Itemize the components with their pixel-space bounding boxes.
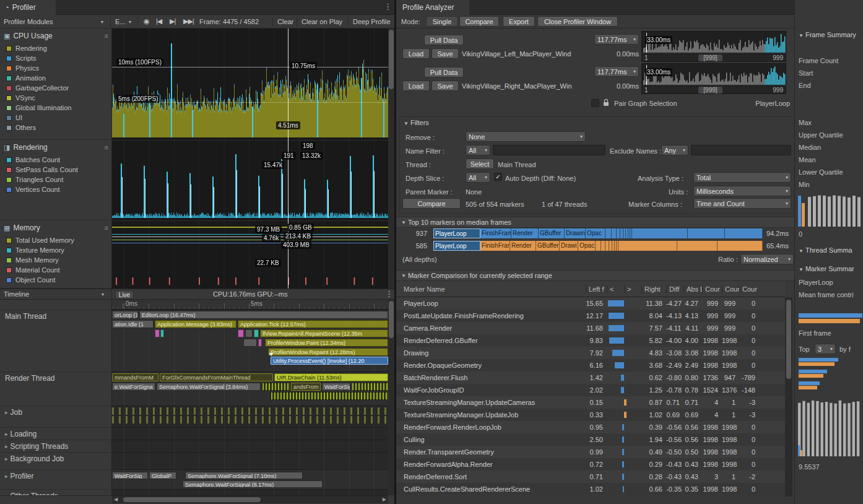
marker-row[interactable]: CullResults.CreateSharedRendererScene1.0… [396,483,785,495]
name-filter-input[interactable] [493,145,605,155]
legend-vertices-count[interactable]: Vertices Count [0,185,112,194]
marker-columns-dropdown[interactable]: Time and Count▾ [693,198,791,209]
top-n-dropdown[interactable]: 3▾ [815,344,836,354]
marker-row[interactable]: WaitForJobGroupID2.021.25-0.780.78152413… [396,384,785,396]
top10-segment[interactable]: Drawin [565,228,586,238]
column-header[interactable]: Marker Name [396,285,586,293]
load-button[interactable]: Load [402,48,430,59]
marker-row[interactable]: RenderForward.RenderLoopJob0.950.39-0.56… [396,421,785,433]
save-button[interactable]: Save [432,80,459,91]
thread-summary-foldout[interactable]: ▼Thread Summa [799,246,862,254]
marker-row[interactable]: RenderDeferred.Sort0.710.28-0.430.4331-2 [396,471,785,483]
timeline-span[interactable] [160,329,164,337]
export-button[interactable]: Export [503,16,535,27]
kebab-menu-icon[interactable]: ⋮ [385,289,393,298]
close-profiler-window-button[interactable]: Close Profiler Window [537,16,618,27]
top10-segment[interactable]: Render [511,228,539,238]
pair-graph-checkbox[interactable] [591,99,599,107]
legend-material-count[interactable]: Material Count [0,265,112,275]
current-frame-button[interactable]: ▶▶| [183,17,194,25]
timeline-span[interactable]: ation.Idle (1 [112,320,154,328]
legend-global-illumination[interactable]: Global Illumination [0,103,112,113]
compare-button[interactable]: Compare [402,198,461,209]
drag-handle-icon[interactable]: ≡ [105,32,108,40]
top10-segment[interactable] [618,241,677,251]
remove-dropdown[interactable]: None▾ [466,131,586,142]
column-header[interactable]: Right [641,285,666,293]
timeline-span[interactable] [243,339,257,347]
timeline-span[interactable]: GlobalP [149,472,176,479]
timeline-span[interactable]: orLoop (1.6 [112,311,138,319]
marker-row[interactable]: BatchRenderer.Flush1.420.62-0.800.801736… [396,371,785,384]
legend-object-count[interactable]: Object Count [0,275,112,285]
foldout-icon[interactable]: ▸ [5,442,8,452]
legend-rendering[interactable]: Rendering [0,43,112,53]
timeline-span[interactable]: UIR.DrawChain (11.53ms) [274,373,388,381]
thread-background-job[interactable]: ▸Background Job [0,452,112,469]
prev-frame-button[interactable]: |◀ [156,17,162,25]
legend-physics[interactable]: Physics [0,63,112,73]
legend-vsync[interactable]: VSync [0,93,112,103]
ratio-dropdown[interactable]: Normalized▾ [740,254,794,264]
scrollbar-thumb[interactable] [786,300,791,379]
timeline-span[interactable]: ForGfxCommandsFromMainThread [160,373,273,381]
foldout-icon[interactable]: ▸ [5,430,8,440]
range-current[interactable]: [999] [698,87,722,93]
marker-row[interactable]: Drawing7.924.83-3.083.08199819980 [396,347,785,359]
legend-others[interactable]: Others [0,123,112,133]
table-scrollbar[interactable] [785,297,792,497]
scrollbar-thumb[interactable] [389,301,394,338]
legend-ui[interactable]: UI [0,113,112,123]
timeline-span[interactable] [112,407,388,415]
timeline-span[interactable] [155,329,160,337]
top10-row[interactable]: 937PlayerLoopFinishFramRenderGBufferDraw… [396,228,863,240]
foldout-icon[interactable]: ▸ [5,472,8,489]
timeline-span[interactable] [112,416,388,424]
legend-setpass-calls-count[interactable]: SetPass Calls Count [0,165,112,175]
thread-select-button[interactable]: Select [466,159,494,169]
marker-row[interactable]: Render.OpaqueGeometry6.163.68-2.492.4919… [396,359,785,371]
range-current[interactable]: [999] [698,54,722,61]
top10-segment[interactable]: Opac [578,241,596,251]
marker-row[interactable]: Camera.Render11.687.57-4.114.119999990 [396,322,785,334]
top10-segment[interactable]: GBuffer [536,241,560,251]
clear-button[interactable]: Clear [277,18,293,25]
frame-range-slider[interactable]: 1[999]999 [641,86,786,94]
thread-loading[interactable]: ▸Loading [0,427,112,440]
timeline-span[interactable]: WaitForSig [322,383,350,391]
legend-batches-count[interactable]: Batches Count [0,155,112,165]
mode-single-button[interactable]: Single [426,16,458,27]
foldout-icon[interactable]: ▸ [5,454,8,469]
profiler-modules-dropdown[interactable]: Profiler Modules [4,18,53,25]
timeline-span[interactable] [238,329,244,337]
timeline-span[interactable] [262,383,290,391]
timeline-span[interactable]: Semaphore.WaitForSignal (3.84ms) [157,383,261,391]
timeline-span[interactable]: Semaphore.WaitForSignal (7.10ms) [185,472,303,479]
thread-other-threads[interactable]: ▸Other Threads [0,489,112,495]
timeline-scrollbar[interactable] [388,300,394,495]
timeline-span[interactable]: Semaphore.WaitForSignal (8.17ms) [183,480,323,488]
timeline-span[interactable] [352,383,388,391]
comparison-table-header[interactable]: Marker NameLeft f<>RightDiffAbs DCourCou… [396,281,785,297]
marker-row[interactable]: TextureStreamingManager.UpdateCameras0.1… [396,396,785,409]
thread-job[interactable]: ▸Job [0,406,112,427]
column-header[interactable]: Cour [702,285,722,293]
scrollbar-thumb[interactable] [123,497,261,502]
pull-data-button[interactable]: Pull Data [424,67,464,77]
top10-segment[interactable]: PlayerLoop [433,241,480,251]
marker-row[interactable]: PlayerLoop15.6511.38-4.274.279999990 [396,297,785,310]
legend-mesh-memory[interactable]: Mesh Memory [0,255,112,265]
thread-profiler[interactable]: ▸Profiler [0,469,112,489]
timeline-span[interactable]: andsFrom [291,383,321,391]
drag-handle-icon[interactable]: ≡ [105,144,108,151]
drag-handle-icon[interactable]: ≡ [105,224,108,232]
foldout-icon[interactable]: ▸ [5,408,8,427]
top10-segment[interactable] [612,228,617,238]
marker-row[interactable]: RenderForwardAlpha.Render0.720.29-0.430.… [396,458,785,471]
scroll-right-icon[interactable]: ▶ [383,497,386,502]
top10-segment[interactable]: FinishFram [480,241,510,251]
timeline-span[interactable] [254,329,259,337]
top10-segment[interactable] [596,241,601,251]
scrollbar-thumb[interactable] [389,30,394,89]
marker-row[interactable]: Render.TransparentGeometry0.990.49-0.500… [396,446,785,458]
